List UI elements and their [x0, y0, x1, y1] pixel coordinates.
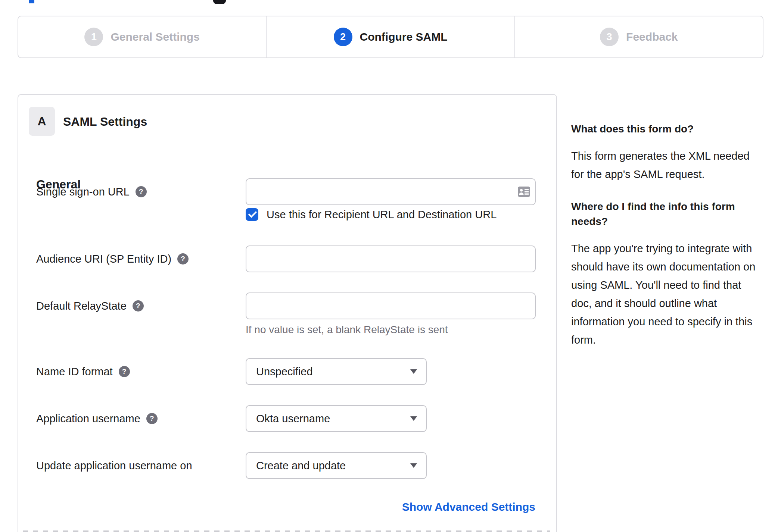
- audience-uri-input-wrap: [246, 245, 536, 272]
- step-2-label: Configure SAML: [360, 31, 448, 43]
- audience-uri-help-icon[interactable]: ?: [177, 253, 189, 265]
- chevron-down-icon: [410, 416, 417, 421]
- update-app-username-label: Update application username on: [36, 460, 192, 472]
- default-relaystate-label: Default RelayState: [36, 300, 127, 312]
- sidebar-question-1-body: This form generates the XML needed for t…: [571, 147, 764, 184]
- step-3-number-badge: 3: [600, 28, 619, 46]
- sidebar-question-2-title: Where do I find the info this form needs…: [571, 199, 764, 229]
- recipient-destination-checkbox[interactable]: [246, 208, 258, 221]
- step-2-number-badge: 2: [334, 28, 352, 46]
- step-configure-saml[interactable]: 2 Configure SAML: [266, 16, 514, 57]
- sso-url-input-wrap: [246, 178, 536, 205]
- section-title: SAML Settings: [63, 115, 147, 129]
- name-id-format-help-icon[interactable]: ?: [119, 366, 130, 377]
- show-advanced-settings-link[interactable]: Show Advanced Settings: [402, 501, 535, 513]
- step-1-number-badge: 1: [84, 28, 103, 46]
- saml-settings-card: A SAML Settings General Single sign-on U…: [18, 94, 557, 532]
- application-username-help-icon[interactable]: ?: [146, 413, 158, 424]
- default-relaystate-label-group: Default RelayState ?: [36, 292, 144, 319]
- default-relaystate-input-wrap: [246, 292, 536, 319]
- audience-uri-label-group: Audience URI (SP Entity ID) ?: [36, 245, 189, 272]
- sso-url-label: Single sign-on URL: [36, 186, 130, 198]
- chevron-down-icon: [410, 463, 417, 468]
- section-dashed-separator: [23, 531, 550, 532]
- wizard-stepper: 1 General Settings 2 Configure SAML 3 Fe…: [18, 16, 763, 58]
- audience-uri-input[interactable]: [246, 245, 536, 272]
- sidebar-question-1-title: What does this form do?: [571, 122, 764, 137]
- sso-url-input[interactable]: [246, 178, 536, 205]
- audience-uri-label: Audience URI (SP Entity ID): [36, 253, 171, 265]
- clipped-dark-icon: [213, 0, 226, 4]
- default-relaystate-input[interactable]: [246, 292, 536, 319]
- recipient-destination-checkbox-label: Use this for Recipient URL and Destinati…: [267, 209, 497, 221]
- default-relaystate-hint: If no value is set, a blank RelayState i…: [246, 324, 448, 336]
- sidebar-question-2-body: The app you're trying to integrate with …: [571, 240, 764, 349]
- chevron-down-icon: [410, 369, 417, 374]
- name-id-format-label: Name ID format: [36, 366, 113, 378]
- sso-url-label-group: Single sign-on URL ?: [36, 178, 147, 205]
- update-app-username-select[interactable]: Create and update: [246, 452, 427, 479]
- name-id-format-select[interactable]: Unspecified: [246, 358, 427, 385]
- step-feedback[interactable]: 3 Feedback: [514, 16, 763, 57]
- section-a-badge: A: [29, 107, 55, 136]
- help-sidebar: What does this form do? This form genera…: [571, 122, 764, 365]
- recipient-destination-checkbox-row: Use this for Recipient URL and Destinati…: [246, 208, 497, 221]
- application-username-selected-value: Okta username: [256, 413, 330, 425]
- step-3-label: Feedback: [626, 31, 678, 43]
- update-app-username-label-group: Update application username on: [36, 452, 192, 479]
- application-username-label: Application username: [36, 413, 140, 425]
- name-id-format-selected-value: Unspecified: [256, 366, 313, 378]
- application-username-label-group: Application username ?: [36, 405, 158, 432]
- default-relaystate-help-icon[interactable]: ?: [133, 300, 144, 312]
- update-app-username-selected-value: Create and update: [256, 460, 346, 472]
- step-general-settings[interactable]: 1 General Settings: [18, 16, 266, 57]
- step-1-label: General Settings: [111, 31, 199, 43]
- application-username-select[interactable]: Okta username: [246, 405, 427, 432]
- contact-card-icon[interactable]: [518, 187, 530, 197]
- clipped-blue-element: [29, 0, 34, 3]
- name-id-format-label-group: Name ID format ?: [36, 358, 130, 385]
- sso-url-help-icon[interactable]: ?: [136, 186, 147, 197]
